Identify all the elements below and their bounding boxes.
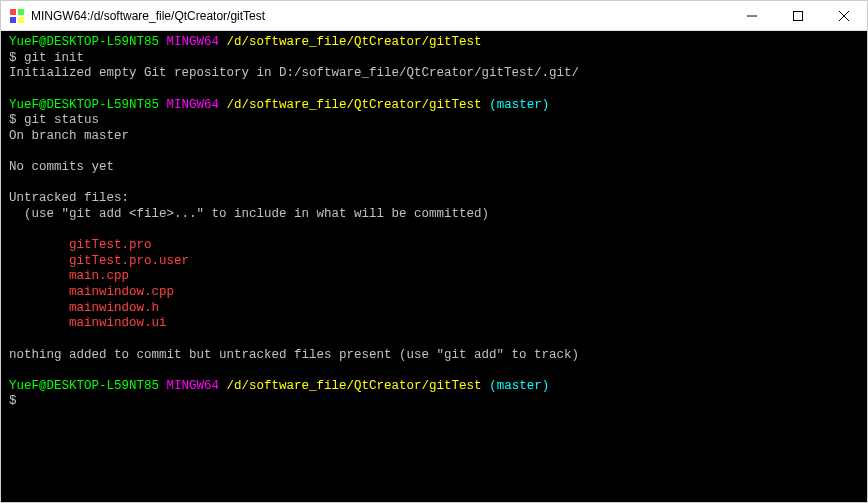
svg-rect-3 [18, 17, 24, 23]
prompt-env: MINGW64 [167, 98, 220, 112]
output-line: On branch master [9, 129, 859, 145]
output-line: nothing added to commit but untracked fi… [9, 348, 859, 364]
output-line: (use "git add <file>..." to include in w… [9, 207, 859, 223]
blank-line [9, 332, 859, 348]
prompt-user-host: YueF@DESKTOP-L59NT85 [9, 35, 159, 49]
prompt-branch: (master) [489, 98, 549, 112]
command-line: $ git init [9, 51, 859, 67]
prompt-line: YueF@DESKTOP-L59NT85 MINGW64 /d/software… [9, 98, 859, 114]
prompt-symbol: $ [9, 113, 24, 127]
command-text: git status [24, 113, 99, 127]
untracked-file: mainwindow.cpp [9, 285, 859, 301]
minimize-button[interactable] [729, 1, 775, 30]
prompt-user-host: YueF@DESKTOP-L59NT85 [9, 379, 159, 393]
prompt-path: /d/software_file/QtCreator/gitTest [227, 35, 482, 49]
window: MINGW64:/d/software_file/QtCreator/gitTe… [0, 0, 868, 503]
prompt-env: MINGW64 [167, 35, 220, 49]
untracked-file: mainwindow.h [9, 301, 859, 317]
output-line: No commits yet [9, 160, 859, 176]
output-line: Initialized empty Git repository in D:/s… [9, 66, 859, 82]
svg-rect-0 [10, 9, 16, 15]
blank-line [9, 223, 859, 239]
close-button[interactable] [821, 1, 867, 30]
untracked-file: gitTest.pro.user [9, 254, 859, 270]
output-line: Untracked files: [9, 191, 859, 207]
prompt-env: MINGW64 [167, 379, 220, 393]
blank-line [9, 176, 859, 192]
untracked-file: mainwindow.ui [9, 316, 859, 332]
untracked-file: gitTest.pro [9, 238, 859, 254]
app-icon [9, 8, 25, 24]
prompt-branch: (master) [489, 379, 549, 393]
terminal[interactable]: YueF@DESKTOP-L59NT85 MINGW64 /d/software… [1, 31, 867, 502]
command-line: $ git status [9, 113, 859, 129]
window-title: MINGW64:/d/software_file/QtCreator/gitTe… [31, 9, 729, 23]
blank-line [9, 82, 859, 98]
titlebar: MINGW64:/d/software_file/QtCreator/gitTe… [1, 1, 867, 31]
prompt-line: YueF@DESKTOP-L59NT85 MINGW64 /d/software… [9, 35, 859, 51]
prompt-path: /d/software_file/QtCreator/gitTest [227, 98, 482, 112]
prompt-symbol: $ [9, 51, 24, 65]
maximize-button[interactable] [775, 1, 821, 30]
window-controls [729, 1, 867, 30]
blank-line [9, 144, 859, 160]
prompt-path: /d/software_file/QtCreator/gitTest [227, 379, 482, 393]
svg-rect-1 [18, 9, 24, 15]
untracked-file: main.cpp [9, 269, 859, 285]
svg-rect-5 [794, 11, 803, 20]
prompt-user-host: YueF@DESKTOP-L59NT85 [9, 98, 159, 112]
svg-rect-2 [10, 17, 16, 23]
blank-line [9, 363, 859, 379]
prompt-line: YueF@DESKTOP-L59NT85 MINGW64 /d/software… [9, 379, 859, 395]
command-text: git init [24, 51, 84, 65]
prompt-symbol: $ [9, 394, 859, 410]
